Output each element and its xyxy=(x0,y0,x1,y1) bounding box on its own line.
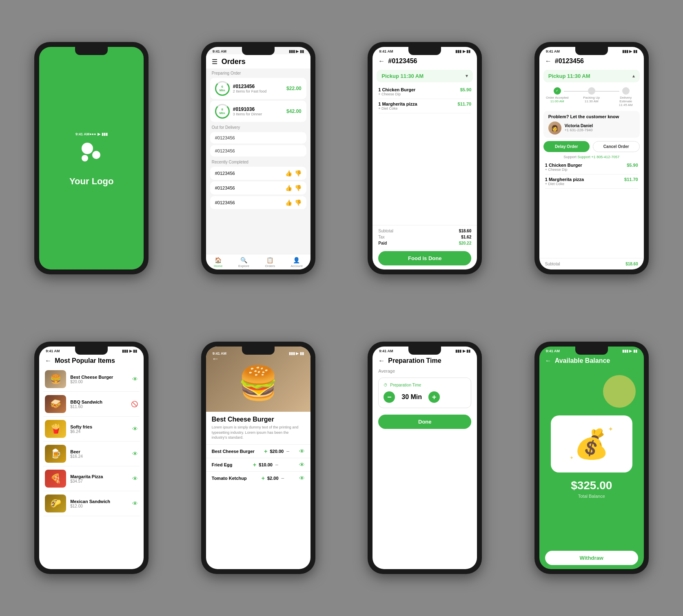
order-card-2[interactable]: 8 Min #0191036 3 Items for Dinner $42.00 xyxy=(210,101,306,122)
add-icon-3[interactable]: + xyxy=(262,475,265,481)
food-item-5[interactable]: 🍕 Margarita Pizza $34.57 👁 xyxy=(43,466,140,491)
visibility-icon-2[interactable]: 🚫 xyxy=(131,401,138,407)
completed-card-2[interactable]: #0123456 👍👎 xyxy=(210,181,306,194)
back-arrow-3[interactable]: ← xyxy=(378,57,385,65)
item-price-3-2: $11.70 xyxy=(458,102,472,110)
visibility-icon-3[interactable]: 👁 xyxy=(132,426,138,432)
balance-amount: $325.00 xyxy=(571,479,612,492)
phone-7: 9:41 AM ▮▮▮ ▶ ▮▮ ← Preparation Time Aver… xyxy=(368,342,482,574)
back-arrow-7[interactable]: ← xyxy=(378,357,385,364)
minus-icon-2[interactable]: − xyxy=(275,461,278,468)
item-sub-3-2: + Diet Coke xyxy=(378,106,417,110)
customer-phone: +1 631-228-7940 xyxy=(565,128,593,132)
chevron-4: ▴ xyxy=(632,73,635,79)
notch-3 xyxy=(408,47,441,55)
food-info-4: Beer $16.24 xyxy=(70,449,128,459)
notch-6 xyxy=(242,347,275,355)
order-timer-2: 8 Min xyxy=(215,104,230,119)
delay-order-button[interactable]: Delay Order xyxy=(543,141,590,152)
delivery-card-2[interactable]: #0123456 xyxy=(210,145,306,157)
svg-point-0 xyxy=(82,143,93,154)
item-row-4-1: 1 Chicken Burger + Cheese Dip $5.90 xyxy=(545,160,638,174)
icons-2: ▮▮▮ ▶ ▮▮ xyxy=(289,49,304,53)
burger-name: Best Cheese Burger xyxy=(212,416,305,423)
thumb-icons-1: 👍👎 xyxy=(285,170,302,177)
menu-item-1[interactable]: Best Cheese Burger + $20.00 − 👁 xyxy=(206,444,310,458)
prep-value: 30 Min xyxy=(401,393,422,401)
food-item-6[interactable]: 🌮 Mexican Sandwich $12.00 👁 xyxy=(43,491,140,516)
customer-row: 👩 Victoria Daniel +1 631-228-7940 xyxy=(548,121,635,135)
screen-balance: 9:41 AM ▮▮▮ ▶ ▮▮ ← Available Balance 💰 xyxy=(539,347,644,569)
food-item-2[interactable]: 🥪 BBQ Sandwich $11.60 🚫 xyxy=(43,392,140,417)
add-icon-1[interactable]: + xyxy=(264,448,267,455)
order-id-4: #0123456 xyxy=(555,57,584,65)
order-card-1[interactable]: 6 Min #0123456 2 Items for Fast food $22… xyxy=(210,78,306,99)
balance-card: 💰 ✦ ✦ xyxy=(551,415,632,472)
food-img-4: 🍺 xyxy=(45,445,66,463)
problem-title: Problem? Let the customer know xyxy=(548,114,635,119)
notch-4 xyxy=(575,47,608,55)
menu-item-3[interactable]: Tomato Ketchup + $2.00 − 👁 xyxy=(206,471,310,485)
yellow-blob xyxy=(603,375,636,408)
logo-text: Your Logo xyxy=(69,176,113,187)
nav-explore[interactable]: 🔍 Explore xyxy=(238,257,249,268)
food-img-3: 🍟 xyxy=(45,420,66,438)
visibility-icon-5[interactable]: 👁 xyxy=(132,475,138,482)
food-info-5: Margarita Pizza $34.57 xyxy=(70,474,128,484)
eye-icon-m1[interactable]: 👁 xyxy=(299,448,305,455)
bottom-nav: 🏠 Home 🔍 Explore 📋 Orders 👤 xyxy=(206,254,310,269)
back-arrow-4[interactable]: ← xyxy=(545,57,552,65)
completed-card-1[interactable]: #0123456 👍👎 xyxy=(210,167,306,180)
section-preparing: Preparing Order xyxy=(206,68,310,77)
prep-plus-button[interactable]: + xyxy=(428,391,440,403)
visibility-icon-6[interactable]: 👁 xyxy=(132,500,138,507)
pickup-bar-3[interactable]: Pickup 11:30 AM ▾ xyxy=(377,70,473,82)
detail-header-3: ← #0123456 xyxy=(373,54,477,67)
burger-info: Best Cheese Burger Lorem ipsum is simply… xyxy=(206,412,310,444)
eye-icon-m3[interactable]: 👁 xyxy=(299,475,305,481)
pickup-bar-4[interactable]: Pickup 11:30 AM ▴ xyxy=(543,70,640,82)
menu-item-2[interactable]: Fried Egg + $10.00 − 👁 xyxy=(206,458,310,471)
prep-minus-button[interactable]: − xyxy=(384,391,395,403)
order-info-2: #0191036 3 Items for Dinner xyxy=(233,106,283,116)
notch-7 xyxy=(408,347,441,355)
cancel-order-button[interactable]: Cancel Order xyxy=(593,141,640,152)
thumb-icons-3: 👍👎 xyxy=(285,199,302,206)
support-text: Support Support +1 805-412-7057 xyxy=(539,154,644,160)
totals-4: Subtotal $18.60 xyxy=(539,258,644,269)
prep-done-button[interactable]: Done xyxy=(378,415,471,429)
nav-orders[interactable]: 📋 Orders xyxy=(265,257,275,268)
prep-control: − 30 Min + xyxy=(384,391,466,403)
back-arrow-5[interactable]: ← xyxy=(45,357,51,364)
status-icons: ●●●▶▮▮▮ xyxy=(89,132,107,136)
delivery-card-1[interactable]: #0123456 xyxy=(210,132,306,144)
item-row-3-1: 1 Chicken Burger + Cheese Dip $5.90 xyxy=(378,85,471,99)
food-item-3[interactable]: 🍟 Softy fries $6.24 👁 xyxy=(43,417,140,442)
eye-icon-m2[interactable]: 👁 xyxy=(299,461,305,468)
svg-point-2 xyxy=(82,155,88,161)
menu-icon[interactable]: ☰ xyxy=(212,58,217,66)
back-arrow-8[interactable]: ← xyxy=(545,357,552,364)
burger-desc: Lorem ipsum is simply dummy text of the … xyxy=(212,425,305,440)
item-price-3-1: $5.90 xyxy=(460,87,472,96)
prep-card-label: ⏱ Preparation Time xyxy=(384,383,466,387)
minus-icon-1[interactable]: − xyxy=(286,448,289,455)
menu-ctrl-1: + $20.00 − xyxy=(264,448,289,455)
withdraw-button[interactable]: Withdraw xyxy=(545,551,638,565)
visibility-icon-4[interactable]: 👁 xyxy=(132,450,138,457)
food-done-button[interactable]: Food is Done xyxy=(378,251,471,265)
completed-card-3[interactable]: #0123456 👍👎 xyxy=(210,196,306,209)
order-id-3: #0123456 xyxy=(388,57,417,65)
minus-icon-3[interactable]: − xyxy=(281,475,284,481)
phone-8: 9:41 AM ▮▮▮ ▶ ▮▮ ← Available Balance 💰 xyxy=(534,342,649,574)
visibility-icon-1[interactable]: 👁 xyxy=(132,376,138,382)
nav-account[interactable]: 👤 Account xyxy=(291,257,303,268)
add-icon-2[interactable]: + xyxy=(253,461,256,468)
step-2: Packing Up 11:30 AM xyxy=(579,87,604,103)
food-item-1[interactable]: 🍔 Best Cheese Burger $20.00 👁 xyxy=(43,367,140,392)
food-item-4[interactable]: 🍺 Beer $16.24 👁 xyxy=(43,442,140,466)
thumb-icons-2: 👍👎 xyxy=(285,185,302,191)
order-timer-1: 6 Min xyxy=(215,81,230,96)
detail-header-4: ← #0123456 xyxy=(539,54,644,67)
nav-home[interactable]: 🏠 Home xyxy=(214,257,222,268)
